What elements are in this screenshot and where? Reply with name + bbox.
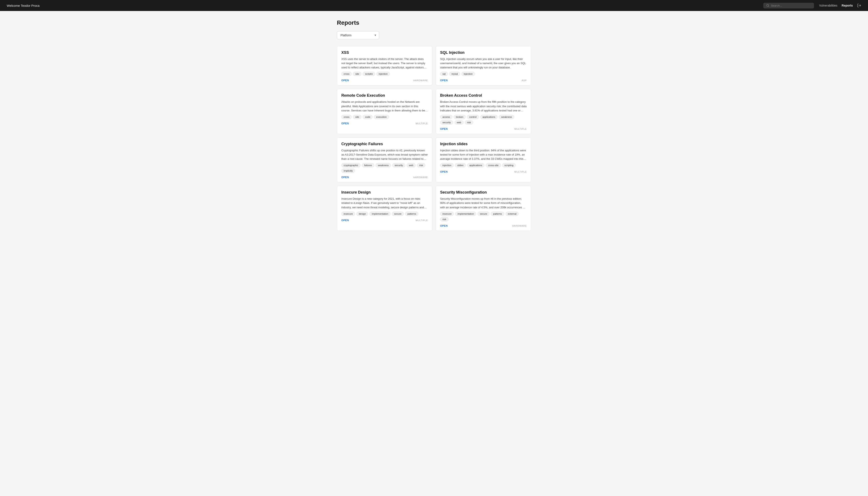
tag: implementation (369, 212, 390, 216)
open-link[interactable]: OPEN (341, 122, 349, 125)
card-title: Broken Access Control (440, 93, 527, 98)
tag: access (440, 115, 452, 119)
tag: code (363, 115, 373, 119)
card-footer: OPEN MULTIPLE (341, 219, 428, 222)
card-desc: Security Misconfiguration moves up from … (440, 197, 527, 210)
tag: applications (480, 115, 498, 119)
open-link[interactable]: OPEN (440, 79, 448, 82)
tag: scriptin (363, 72, 375, 76)
tag: site (353, 72, 361, 76)
tag: patterns (405, 212, 419, 216)
welcome-text: Welcome Teodor Proca (7, 4, 758, 7)
card-footer: OPEN MULTIPLE (440, 127, 527, 130)
nav-reports[interactable]: Reports (842, 4, 853, 7)
tag: weakness (499, 115, 514, 119)
platform-label: MULTIPLE (514, 171, 527, 173)
open-link[interactable]: OPEN (440, 127, 448, 130)
open-link[interactable]: OPEN (440, 224, 448, 227)
platform-label: MULTIPLE (416, 122, 428, 125)
logout-button[interactable] (857, 3, 861, 7)
card-tags: insecuredesignimplementationsecurepatter… (341, 212, 428, 216)
tag: execution (374, 115, 389, 119)
platform-label: HARDWARE (512, 224, 527, 227)
tag: cross (341, 72, 352, 76)
tag: scripting (502, 163, 516, 167)
card-desc: Attacks on protocols and applications ho… (341, 100, 428, 112)
card-title: SQL Injection (440, 50, 527, 55)
search-bar (763, 3, 814, 9)
tag: injection (440, 163, 454, 167)
card-item: Cryptographic Failures Cryptographic Fai… (337, 137, 432, 182)
card-item: SQL Injection SQL injection usually occu… (436, 46, 531, 86)
cards-grid: XSS XSS uses the server to attack visito… (337, 46, 531, 231)
card-tags: crosssitescriptininjection (341, 72, 428, 76)
card-footer: OPEN ASP (440, 79, 527, 82)
tag: patterns (491, 212, 504, 216)
card-tags: injectionslidesapplicationscross-sitescr… (440, 163, 527, 167)
card-footer: OPEN MULTIPLE (440, 170, 527, 173)
card-item: Remote Code Execution Attacks on protoco… (337, 89, 432, 134)
search-input[interactable] (771, 4, 811, 7)
card-title: Remote Code Execution (341, 93, 428, 98)
card-footer: OPEN MULTIPLE (341, 122, 428, 125)
search-icon (766, 4, 769, 7)
card-item: XSS XSS uses the server to attack visito… (337, 46, 432, 86)
open-link[interactable]: OPEN (341, 219, 349, 222)
card-tags: insecureimplementationsecurepatternsexte… (440, 212, 527, 221)
card-item: Insecure Design Insecure Design is a new… (337, 186, 432, 231)
card-title: Cryptographic Failures (341, 142, 428, 146)
card-tags: cryptographicfailuresweaknesssecurityweb… (341, 163, 428, 173)
card-desc: XSS uses the server to attack visitors o… (341, 57, 428, 69)
open-link[interactable]: OPEN (440, 170, 448, 173)
tag: slides (455, 163, 466, 167)
card-footer: OPEN HARDWARE (440, 224, 527, 227)
tag: implicitly (341, 169, 355, 173)
page-title: Reports (337, 19, 531, 26)
platform-select-wrap: Platform Hardware ASP Multiple ▼ (337, 31, 379, 39)
card-footer: OPEN HARDWARE (341, 79, 428, 82)
tag: cross (341, 115, 352, 119)
tag: sql (440, 72, 448, 76)
card-item: Injection slides Injection slides down t… (436, 137, 531, 182)
card-desc: SQL injection usually occurs when you as… (440, 57, 527, 69)
tag: insecure (440, 212, 454, 216)
platform-label: MULTIPLE (514, 128, 527, 130)
main-content: Reports Platform Hardware ASP Multiple ▼… (333, 11, 535, 239)
tag: weakness (375, 163, 391, 167)
platform-label: ASP (522, 79, 527, 82)
tag: security (392, 163, 405, 167)
logout-icon (857, 3, 861, 7)
card-title: XSS (341, 50, 428, 55)
tag: site (353, 115, 361, 119)
tag: failures (362, 163, 374, 167)
tag: web (454, 120, 464, 125)
tag: external (506, 212, 519, 216)
svg-line-1 (769, 6, 769, 7)
open-link[interactable]: OPEN (341, 79, 349, 82)
tag: secure (392, 212, 404, 216)
tag: secure (478, 212, 490, 216)
open-link[interactable]: OPEN (341, 176, 349, 179)
navbar: Welcome Teodor Proca Vulnerabilities Rep… (0, 0, 868, 11)
nav-vulnerabilities[interactable]: Vulnerabilities (819, 4, 837, 7)
card-tags: crosssitecodeexecution (341, 115, 428, 119)
tag: control (467, 115, 479, 119)
platform-select[interactable]: Platform Hardware ASP Multiple (337, 31, 379, 39)
tag: cryptographic (341, 163, 360, 167)
tag: mysql (449, 72, 460, 76)
tag: injection (376, 72, 390, 76)
tag: design (356, 212, 368, 216)
card-tags: sqlmysqlinjection (440, 72, 527, 76)
tag: injection (462, 72, 475, 76)
card-title: Injection slides (440, 142, 527, 146)
nav-links: Vulnerabilities Reports (819, 3, 861, 7)
card-title: Security Misconfiguration (440, 190, 527, 195)
card-footer: OPEN HARDWARE (341, 176, 428, 179)
tag: applications (467, 163, 485, 167)
card-item: Broken Access Control Broken Access Cont… (436, 89, 531, 134)
card-desc: Insecure Design is a new category for 20… (341, 197, 428, 210)
tag: broken (454, 115, 466, 119)
card-title: Insecure Design (341, 190, 428, 195)
tag: insecure (341, 212, 355, 216)
card-desc: Cryptographic Failures shifts up one pos… (341, 149, 428, 161)
